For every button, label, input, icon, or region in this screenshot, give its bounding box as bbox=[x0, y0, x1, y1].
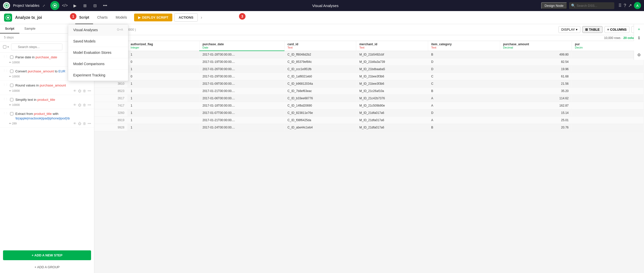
table-cell: 21.56 bbox=[500, 80, 572, 87]
tab-charts[interactable]: Charts bbox=[93, 11, 111, 24]
step-item[interactable]: ⋮⋮ Simplify text in product_title ✏ 1000… bbox=[0, 95, 94, 109]
dropdown-item-model-comparisons[interactable]: Model Comparisons bbox=[68, 58, 128, 70]
right-top-actions: DISPLAY ▾ ⊞ TABLE ≡ COLUMNS 📊 bbox=[558, 26, 640, 33]
dropdown-item-experiment-tracking[interactable]: Experiment Tracking bbox=[68, 70, 128, 81]
step-checkbox[interactable] bbox=[10, 56, 13, 59]
drag-handle-icon[interactable]: ⋮⋮ bbox=[3, 83, 8, 86]
power-icon[interactable]: ⏻ bbox=[78, 89, 81, 93]
dropdown-item-visual-analyses[interactable]: Visual Analyses G+A bbox=[68, 24, 128, 36]
power-icon[interactable]: ⏻ bbox=[78, 103, 81, 107]
avatar[interactable]: A bbox=[634, 2, 641, 9]
table-cell: 1 bbox=[128, 124, 199, 131]
table-row: 326012017-01-07T00:00:00....C_ID_823811e… bbox=[94, 109, 644, 117]
visual-analyses-nav-icon[interactable] bbox=[50, 1, 59, 10]
dropdown-arrow[interactable]: ▾ bbox=[7, 45, 9, 49]
second-bar-logo[interactable] bbox=[4, 14, 12, 22]
select-all-checkbox[interactable] bbox=[3, 45, 6, 49]
dropdown-item-saved-models[interactable]: Saved Models bbox=[68, 36, 128, 47]
eye-icon[interactable]: 👁 bbox=[73, 103, 76, 107]
dropdown-item-model-eval[interactable]: Model Evaluation Stores bbox=[68, 47, 128, 58]
table-cell: 2017-01-19T00:00:00.... bbox=[199, 58, 284, 66]
step-checkbox[interactable] bbox=[10, 98, 13, 101]
tab-models[interactable]: Models bbox=[112, 11, 131, 24]
settings-side-icon[interactable]: ⚙ bbox=[635, 51, 643, 59]
table-cell: C_ID_f08f6425da bbox=[284, 117, 356, 124]
col-header-merchant-id[interactable]: merchant_id Text bbox=[356, 41, 428, 51]
delete-icon[interactable]: 🗑 bbox=[83, 89, 86, 93]
select-all-checkbox-wrap: ▾ bbox=[3, 45, 9, 49]
display-button[interactable]: DISPLAY ▾ bbox=[558, 26, 580, 33]
table-cell: 1 bbox=[128, 51, 199, 58]
design-node-button[interactable]: Design Node bbox=[541, 2, 567, 9]
stats-icon[interactable]: ↗ bbox=[628, 3, 632, 8]
code-icon[interactable]: </> bbox=[60, 1, 69, 10]
right-icons: ⠿ ? ↗ A bbox=[618, 2, 641, 9]
top-nav: Project Variables ⤢ </> ▶ ⊞ ⊟ ••• Visual… bbox=[0, 0, 644, 11]
drag-handle-icon[interactable]: ⋮⋮ bbox=[3, 69, 8, 72]
add-step-button[interactable]: + ADD A NEW STEP bbox=[3, 250, 91, 260]
col-header-purchase-amount[interactable]: purchase_amount Decimal bbox=[500, 41, 572, 51]
drag-handle-icon[interactable]: ⋮⋮ bbox=[3, 98, 8, 100]
table-cell: M_ID_21dfa017a6 bbox=[356, 109, 428, 117]
plus-side-icon[interactable]: ＋ bbox=[635, 25, 643, 33]
more-icon[interactable]: ••• bbox=[88, 89, 91, 93]
share-icon[interactable]: ⤢ bbox=[43, 4, 45, 8]
step-count: ✏ 10000 bbox=[9, 89, 20, 93]
col-header-card-id[interactable]: card_id Text bbox=[284, 41, 356, 51]
more-icon[interactable]: ••• bbox=[88, 103, 91, 107]
col-header-authorized-flag[interactable]: authorized_flag Integer bbox=[128, 41, 199, 51]
deploy-script-button[interactable]: ▶ DEPLOY SCRIPT bbox=[134, 14, 173, 21]
table-cell: 2017-01-21T00:00:00.... bbox=[199, 117, 284, 124]
more-icon[interactable]: ••• bbox=[101, 1, 110, 10]
left-tab-script[interactable]: Script bbox=[0, 24, 19, 33]
columns-button[interactable]: ≡ COLUMNS bbox=[605, 26, 629, 33]
drag-handle-icon[interactable]: ⋮⋮ bbox=[3, 112, 8, 114]
rows-count: 10,000 rows bbox=[604, 36, 620, 40]
table-row: 1213502017-01-29T00:00:00....C_ID_1af802… bbox=[94, 73, 644, 80]
badge-3: 3 bbox=[239, 13, 246, 20]
step-item[interactable]: ⋮⋮ Extract from product_title with \b(ap… bbox=[0, 109, 94, 128]
grid-dots-icon[interactable]: ⠿ bbox=[618, 3, 622, 8]
grid-icon[interactable]: ⊟ bbox=[91, 1, 100, 10]
col-header-purchase-date[interactable]: purchase_date Date bbox=[199, 41, 284, 51]
table-cell bbox=[572, 51, 644, 58]
col-header-pur[interactable]: pur Decim bbox=[572, 41, 644, 51]
chevron-right-icon[interactable]: › bbox=[201, 15, 202, 20]
delete-icon[interactable]: 🗑 bbox=[83, 103, 86, 107]
table-cell: M_ID_21bdbaaba5 bbox=[356, 66, 428, 73]
step-title: Extract from product_title with \b(apple… bbox=[15, 112, 91, 121]
table-row: 992812017-01-24T00:00:00....C_ID_abe44c1… bbox=[94, 124, 644, 131]
table-icon[interactable]: ⊞ bbox=[80, 1, 90, 10]
col-header-item-category[interactable]: item_category Text bbox=[428, 41, 500, 51]
table-cell: C_ID_abe44c1eb4 bbox=[284, 124, 356, 131]
more-icon[interactable]: ••• bbox=[88, 122, 91, 125]
table-cell: M_ID_21dfa017a6 bbox=[356, 117, 428, 124]
step-checkbox[interactable] bbox=[10, 112, 13, 115]
step-checkbox[interactable] bbox=[10, 70, 13, 73]
table-cell: 2617 bbox=[94, 95, 128, 102]
add-group-button[interactable]: + ADD A GROUP bbox=[0, 263, 94, 271]
table-view-button[interactable]: ⊞ TABLE bbox=[582, 26, 602, 33]
tab-script[interactable]: Script bbox=[75, 11, 93, 24]
drag-handle-icon[interactable]: ⋮⋮ bbox=[3, 55, 8, 58]
help-icon[interactable]: ? bbox=[624, 3, 626, 8]
step-actions: 👁 ⏻ 🗑 ••• bbox=[73, 122, 91, 125]
step-checkbox[interactable] bbox=[10, 84, 13, 87]
table-cell: 2017-01-18T00:00:00.... bbox=[199, 102, 284, 109]
steps-count: 5 steps bbox=[4, 36, 14, 39]
app-logo[interactable] bbox=[3, 2, 10, 9]
eye-icon[interactable]: 👁 bbox=[73, 89, 76, 93]
power-icon[interactable]: ⏻ bbox=[78, 122, 81, 125]
info-side-icon[interactable]: ℹ bbox=[635, 34, 643, 42]
eye-icon[interactable]: 👁 bbox=[73, 122, 76, 125]
actions-button[interactable]: ACTIONS bbox=[174, 13, 198, 22]
play-icon[interactable]: ▶ bbox=[70, 1, 79, 10]
step-item[interactable]: ⋮⋮ Round values in purchase_amount ✏ 100… bbox=[0, 81, 94, 95]
search-steps-input[interactable] bbox=[11, 43, 62, 50]
table-cell: C_ID_85379ef84c bbox=[284, 58, 356, 66]
left-tab-sample[interactable]: Sample bbox=[19, 24, 41, 33]
table-cell: B bbox=[428, 124, 500, 131]
delete-icon[interactable]: 🗑 bbox=[83, 122, 86, 125]
second-bar: Analyze tx_joi Script Charts Models ▶ DE… bbox=[0, 11, 644, 24]
search-input[interactable] bbox=[569, 2, 614, 9]
